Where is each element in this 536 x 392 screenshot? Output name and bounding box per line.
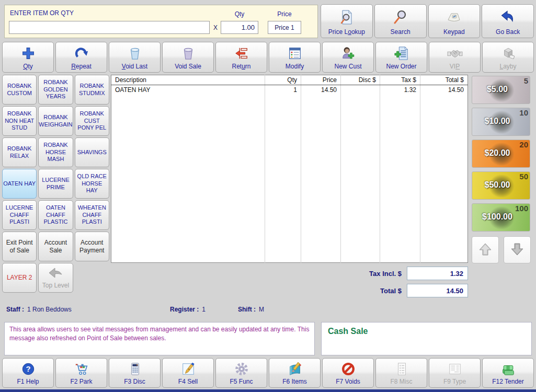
go-back-icon [483, 6, 532, 29]
product-button[interactable]: ROBANK RELAX [2, 137, 37, 167]
product-button[interactable]: ROBANK HORSE MASH [38, 137, 73, 167]
top-level-button[interactable]: Top Level [38, 263, 73, 293]
table-row[interactable]: OATEN HAY 1 14.50 1.32 14.50 [111, 85, 468, 96]
account-payment-button[interactable]: Account Payment [75, 232, 109, 261]
layby-button[interactable]: Layby [482, 42, 534, 73]
product-button[interactable]: SHAVINGS [75, 137, 109, 167]
product-button[interactable]: LUCERNE PRIME [38, 169, 73, 199]
cell-qty: 1 [265, 85, 301, 96]
cash-20-button[interactable]: 20 $20.00 [472, 140, 530, 168]
staff-value: 1 Ron Beddows [27, 306, 72, 313]
f7-voids-button[interactable]: F7 Voids [322, 358, 374, 388]
product-button[interactable]: QLD RACE HORSE HAY [75, 169, 109, 199]
new-order-button[interactable]: New Order [375, 42, 427, 73]
product-button-grid: ROBANK CUSTOM ROBANK GOLDEN YEARS ROBANK… [2, 75, 109, 293]
cash-10-button[interactable]: 10 $10.00 [472, 108, 530, 136]
search-icon [376, 6, 425, 29]
svg-text:?: ? [26, 365, 30, 374]
product-button[interactable]: WHEATEN CHAFF PLASTI [75, 200, 109, 230]
sale-toolbar: Qty Repeat Void Last Void Sale Return Mo… [2, 42, 534, 73]
prohibited-icon [324, 360, 372, 378]
keypad-button[interactable]: Keypad [428, 4, 481, 38]
product-button[interactable]: ROBANK GOLDEN YEARS [38, 75, 73, 105]
totals-panel: Tax Incl. $ 1.32 Total $ 14.50 [111, 267, 468, 301]
top-nav-buttons: Price Lookup Search Keypad Go Back [321, 4, 534, 38]
f1-help-button[interactable]: ? F1 Help [2, 358, 54, 388]
table-header-row: Description Qty Price Disc $ Tax $ Total… [111, 75, 468, 85]
entry-label: ENTER ITEM OR QTY [10, 9, 74, 17]
product-button-selected[interactable]: OATEN HAY [2, 169, 37, 199]
cell-tax: 1.32 [380, 85, 420, 96]
price-label: Price [268, 10, 301, 18]
return-button[interactable]: Return [215, 42, 267, 73]
f2-park-button[interactable]: F2 Park [55, 358, 107, 388]
product-button[interactable]: ROBANK CUSTOM [2, 75, 37, 105]
cell-disc [341, 85, 380, 96]
book-pencil-icon [270, 360, 319, 378]
note-denomination: 20 [519, 140, 528, 149]
layer-2-button[interactable]: LAYER 2 [2, 263, 37, 293]
col-header-description[interactable]: Description [111, 75, 265, 85]
price-lookup-button[interactable]: Price Lookup [321, 4, 373, 38]
item-entry-input[interactable] [9, 21, 210, 34]
col-header-tax[interactable]: Tax $ [380, 75, 420, 85]
product-button[interactable]: ROBANK STUDMIX [75, 75, 109, 105]
repeat-button[interactable]: Repeat [55, 42, 107, 73]
note-denomination: 50 [519, 172, 528, 181]
void-last-button[interactable]: Void Last [109, 42, 161, 73]
price-level-select[interactable]: Price 1 [268, 21, 301, 34]
new-customer-button[interactable]: New Cust [322, 42, 374, 73]
f6-items-button[interactable]: F6 Items [269, 358, 321, 388]
tax-row: Tax Incl. $ 1.32 [111, 267, 468, 280]
cash-5-button[interactable]: 5 $5.00 [472, 76, 530, 104]
exit-pos-button[interactable]: Exit Point of Sale [2, 232, 37, 261]
search-button[interactable]: Search [374, 4, 427, 38]
keypad-icon [430, 6, 479, 29]
down-arrow-icon [509, 241, 525, 259]
scroll-down-button[interactable] [504, 236, 531, 263]
total-label: Total $ [380, 287, 402, 295]
qty-button[interactable]: Qty [2, 42, 54, 73]
col-header-total[interactable]: Total $ [420, 75, 468, 85]
product-button[interactable]: LUCERNE CHAFF PLASTI [2, 200, 37, 230]
cart-icon [57, 360, 106, 378]
qty-input[interactable] [221, 21, 258, 34]
modify-button[interactable]: Modify [269, 42, 321, 73]
pen-icon [164, 360, 212, 378]
product-button[interactable]: ROBANK WEIGHGAIN [38, 106, 73, 136]
total-row: Total $ 14.50 [111, 284, 468, 297]
cash-100-button[interactable]: 100 $100.00 [472, 203, 530, 232]
col-header-qty[interactable]: Qty [265, 75, 301, 85]
f3-disc-button[interactable]: F3 Disc [109, 358, 161, 388]
function-key-bar: ? F1 Help F2 Park F3 Disc F4 Sell F5 Fun… [2, 358, 534, 388]
void-sale-button[interactable]: Void Sale [162, 42, 214, 73]
cash-50-button[interactable]: 50 $50.00 [472, 171, 530, 200]
f12-tender-button[interactable]: F12 Tender [482, 358, 534, 388]
go-back-button[interactable]: Go Back [482, 4, 534, 38]
register-label: Register : [170, 306, 199, 313]
calculator-icon [110, 360, 159, 378]
management-message-text: This area allows users to see vital mess… [9, 325, 310, 343]
note-denomination: 5 [524, 76, 528, 85]
return-arrow-icon [217, 44, 266, 63]
product-button[interactable]: ROBANK NON HEAT STUD [2, 106, 37, 136]
table-empty-area [111, 96, 468, 263]
modify-list-icon [270, 44, 319, 63]
help-icon: ? [4, 360, 52, 378]
handshake-icon [430, 44, 479, 63]
account-sale-button[interactable]: Account Sale [38, 232, 73, 261]
vip-button[interactable]: VIP [429, 42, 481, 73]
col-header-price[interactable]: Price [301, 75, 341, 85]
col-header-disc[interactable]: Disc $ [341, 75, 380, 85]
f8-misc-button[interactable]: F8 Misc [375, 358, 427, 388]
product-button[interactable]: OATEN CHAFF PLASTIC [38, 200, 73, 230]
product-button[interactable]: ROBANK CUST PONY PEL [75, 106, 109, 136]
f9-type-button[interactable]: F9 Type [429, 358, 481, 388]
repeat-arrow-icon [57, 44, 106, 63]
f5-func-button[interactable]: F5 Func [215, 358, 267, 388]
new-customer-icon [324, 44, 372, 63]
scroll-up-button[interactable] [472, 236, 499, 263]
sale-items-table: Description Qty Price Disc $ Tax $ Total… [111, 75, 468, 263]
item-entry-panel: ENTER ITEM OR QTY X Qty Price Price 1 [4, 5, 318, 38]
f4-sell-button[interactable]: F4 Sell [162, 358, 214, 388]
